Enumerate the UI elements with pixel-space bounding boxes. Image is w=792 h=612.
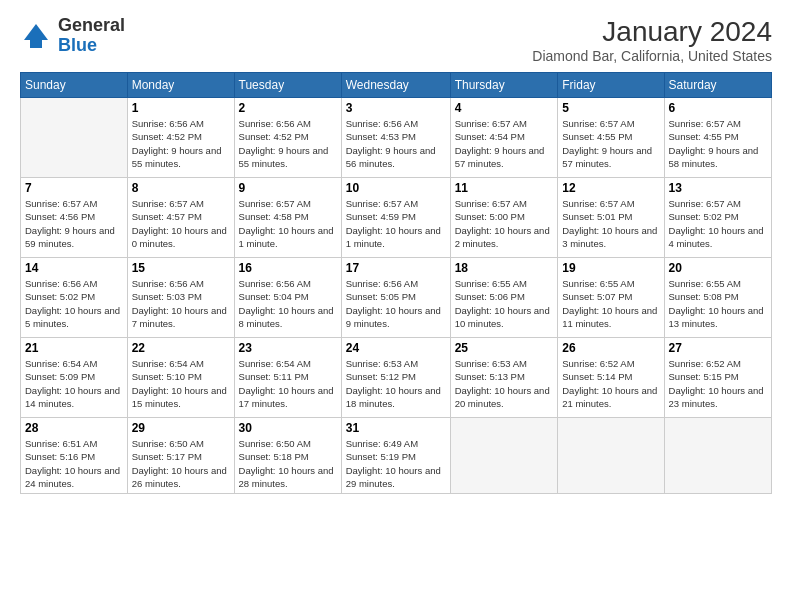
col-tuesday: Tuesday <box>234 73 341 98</box>
logo: General Blue <box>20 16 125 56</box>
day-info: Sunrise: 6:50 AMSunset: 5:18 PMDaylight:… <box>239 437 337 490</box>
day-number: 22 <box>132 341 230 355</box>
day-number: 10 <box>346 181 446 195</box>
day-number: 1 <box>132 101 230 115</box>
day-info: Sunrise: 6:56 AMSunset: 4:52 PMDaylight:… <box>239 117 337 170</box>
table-row: 14 Sunrise: 6:56 AMSunset: 5:02 PMDaylig… <box>21 258 128 338</box>
table-row: 27 Sunrise: 6:52 AMSunset: 5:15 PMDaylig… <box>664 338 771 418</box>
day-info: Sunrise: 6:56 AMSunset: 4:53 PMDaylight:… <box>346 117 446 170</box>
day-number: 28 <box>25 421 123 435</box>
header: General Blue January 2024 Diamond Bar, C… <box>20 16 772 64</box>
table-row: 31 Sunrise: 6:49 AMSunset: 5:19 PMDaylig… <box>341 418 450 494</box>
table-row <box>558 418 664 494</box>
day-number: 12 <box>562 181 659 195</box>
col-thursday: Thursday <box>450 73 558 98</box>
logo-icon <box>20 20 52 52</box>
day-number: 11 <box>455 181 554 195</box>
day-info: Sunrise: 6:57 AMSunset: 4:58 PMDaylight:… <box>239 197 337 250</box>
title-block: January 2024 Diamond Bar, California, Un… <box>532 16 772 64</box>
table-row: 8 Sunrise: 6:57 AMSunset: 4:57 PMDayligh… <box>127 178 234 258</box>
logo-general: General <box>58 15 125 35</box>
col-sunday: Sunday <box>21 73 128 98</box>
table-row: 17 Sunrise: 6:56 AMSunset: 5:05 PMDaylig… <box>341 258 450 338</box>
day-number: 6 <box>669 101 767 115</box>
table-row <box>21 98 128 178</box>
day-number: 13 <box>669 181 767 195</box>
table-row: 21 Sunrise: 6:54 AMSunset: 5:09 PMDaylig… <box>21 338 128 418</box>
day-info: Sunrise: 6:56 AMSunset: 4:52 PMDaylight:… <box>132 117 230 170</box>
table-row: 29 Sunrise: 6:50 AMSunset: 5:17 PMDaylig… <box>127 418 234 494</box>
table-row: 9 Sunrise: 6:57 AMSunset: 4:58 PMDayligh… <box>234 178 341 258</box>
day-info: Sunrise: 6:54 AMSunset: 5:10 PMDaylight:… <box>132 357 230 410</box>
day-info: Sunrise: 6:56 AMSunset: 5:05 PMDaylight:… <box>346 277 446 330</box>
table-row: 1 Sunrise: 6:56 AMSunset: 4:52 PMDayligh… <box>127 98 234 178</box>
day-number: 18 <box>455 261 554 275</box>
table-row: 30 Sunrise: 6:50 AMSunset: 5:18 PMDaylig… <box>234 418 341 494</box>
day-info: Sunrise: 6:57 AMSunset: 4:55 PMDaylight:… <box>669 117 767 170</box>
day-info: Sunrise: 6:57 AMSunset: 4:54 PMDaylight:… <box>455 117 554 170</box>
day-info: Sunrise: 6:57 AMSunset: 5:02 PMDaylight:… <box>669 197 767 250</box>
day-info: Sunrise: 6:57 AMSunset: 4:59 PMDaylight:… <box>346 197 446 250</box>
table-row: 18 Sunrise: 6:55 AMSunset: 5:06 PMDaylig… <box>450 258 558 338</box>
day-number: 16 <box>239 261 337 275</box>
day-info: Sunrise: 6:57 AMSunset: 4:57 PMDaylight:… <box>132 197 230 250</box>
table-row: 22 Sunrise: 6:54 AMSunset: 5:10 PMDaylig… <box>127 338 234 418</box>
table-row <box>450 418 558 494</box>
day-number: 31 <box>346 421 446 435</box>
table-row: 26 Sunrise: 6:52 AMSunset: 5:14 PMDaylig… <box>558 338 664 418</box>
logo-text: General Blue <box>58 16 125 56</box>
day-info: Sunrise: 6:53 AMSunset: 5:13 PMDaylight:… <box>455 357 554 410</box>
table-row: 4 Sunrise: 6:57 AMSunset: 4:54 PMDayligh… <box>450 98 558 178</box>
day-number: 4 <box>455 101 554 115</box>
day-number: 7 <box>25 181 123 195</box>
col-saturday: Saturday <box>664 73 771 98</box>
day-number: 23 <box>239 341 337 355</box>
day-info: Sunrise: 6:55 AMSunset: 5:08 PMDaylight:… <box>669 277 767 330</box>
day-info: Sunrise: 6:56 AMSunset: 5:02 PMDaylight:… <box>25 277 123 330</box>
day-info: Sunrise: 6:57 AMSunset: 5:00 PMDaylight:… <box>455 197 554 250</box>
day-info: Sunrise: 6:56 AMSunset: 5:03 PMDaylight:… <box>132 277 230 330</box>
table-row: 13 Sunrise: 6:57 AMSunset: 5:02 PMDaylig… <box>664 178 771 258</box>
day-number: 14 <box>25 261 123 275</box>
table-row: 3 Sunrise: 6:56 AMSunset: 4:53 PMDayligh… <box>341 98 450 178</box>
table-row: 24 Sunrise: 6:53 AMSunset: 5:12 PMDaylig… <box>341 338 450 418</box>
day-number: 3 <box>346 101 446 115</box>
day-number: 20 <box>669 261 767 275</box>
day-info: Sunrise: 6:55 AMSunset: 5:07 PMDaylight:… <box>562 277 659 330</box>
day-number: 26 <box>562 341 659 355</box>
day-info: Sunrise: 6:49 AMSunset: 5:19 PMDaylight:… <box>346 437 446 490</box>
day-info: Sunrise: 6:54 AMSunset: 5:09 PMDaylight:… <box>25 357 123 410</box>
table-row: 2 Sunrise: 6:56 AMSunset: 4:52 PMDayligh… <box>234 98 341 178</box>
day-info: Sunrise: 6:52 AMSunset: 5:14 PMDaylight:… <box>562 357 659 410</box>
day-number: 15 <box>132 261 230 275</box>
day-number: 5 <box>562 101 659 115</box>
calendar-table: Sunday Monday Tuesday Wednesday Thursday… <box>20 72 772 494</box>
day-number: 27 <box>669 341 767 355</box>
col-friday: Friday <box>558 73 664 98</box>
day-number: 30 <box>239 421 337 435</box>
day-number: 19 <box>562 261 659 275</box>
day-number: 24 <box>346 341 446 355</box>
day-info: Sunrise: 6:55 AMSunset: 5:06 PMDaylight:… <box>455 277 554 330</box>
calendar-header-row: Sunday Monday Tuesday Wednesday Thursday… <box>21 73 772 98</box>
table-row: 20 Sunrise: 6:55 AMSunset: 5:08 PMDaylig… <box>664 258 771 338</box>
table-row: 10 Sunrise: 6:57 AMSunset: 4:59 PMDaylig… <box>341 178 450 258</box>
table-row: 6 Sunrise: 6:57 AMSunset: 4:55 PMDayligh… <box>664 98 771 178</box>
location: Diamond Bar, California, United States <box>532 48 772 64</box>
day-number: 25 <box>455 341 554 355</box>
day-info: Sunrise: 6:53 AMSunset: 5:12 PMDaylight:… <box>346 357 446 410</box>
table-row: 28 Sunrise: 6:51 AMSunset: 5:16 PMDaylig… <box>21 418 128 494</box>
table-row: 15 Sunrise: 6:56 AMSunset: 5:03 PMDaylig… <box>127 258 234 338</box>
day-number: 17 <box>346 261 446 275</box>
day-info: Sunrise: 6:52 AMSunset: 5:15 PMDaylight:… <box>669 357 767 410</box>
table-row: 12 Sunrise: 6:57 AMSunset: 5:01 PMDaylig… <box>558 178 664 258</box>
month-title: January 2024 <box>532 16 772 48</box>
table-row: 7 Sunrise: 6:57 AMSunset: 4:56 PMDayligh… <box>21 178 128 258</box>
table-row: 19 Sunrise: 6:55 AMSunset: 5:07 PMDaylig… <box>558 258 664 338</box>
table-row: 11 Sunrise: 6:57 AMSunset: 5:00 PMDaylig… <box>450 178 558 258</box>
logo-blue: Blue <box>58 35 97 55</box>
day-info: Sunrise: 6:54 AMSunset: 5:11 PMDaylight:… <box>239 357 337 410</box>
day-info: Sunrise: 6:50 AMSunset: 5:17 PMDaylight:… <box>132 437 230 490</box>
day-info: Sunrise: 6:57 AMSunset: 4:55 PMDaylight:… <box>562 117 659 170</box>
col-wednesday: Wednesday <box>341 73 450 98</box>
